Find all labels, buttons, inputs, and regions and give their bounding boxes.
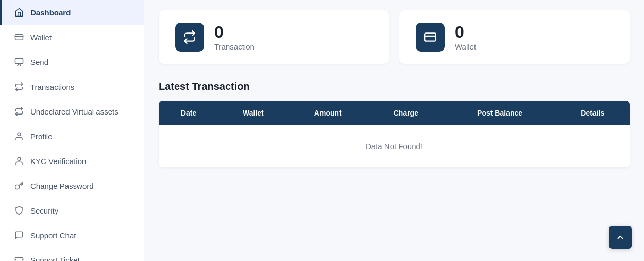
transaction-table: Date Wallet Amount Charge Post Balance D… (159, 101, 630, 168)
sidebar-item-dashboard[interactable]: Dashboard (0, 0, 144, 25)
svg-rect-2 (15, 58, 23, 64)
sidebar-item-label: Support Ticket (30, 256, 80, 262)
send-icon (14, 57, 24, 67)
wallet-count: 0 (455, 23, 476, 41)
sidebar-item-label: Transactions (30, 83, 74, 91)
sidebar-item-label: Support Chat (30, 231, 76, 240)
sidebar-item-send[interactable]: Send (0, 50, 144, 74)
ticket-icon (14, 255, 24, 261)
transaction-stat-card: 0 Transaction (159, 10, 389, 64)
sidebar-item-label: Security (30, 206, 58, 215)
wallet-stat-icon (416, 23, 445, 52)
col-charge: Charge (368, 101, 444, 125)
sidebar-item-label: Profile (30, 132, 53, 141)
undeclared-icon (14, 106, 24, 117)
sidebar-item-wallet[interactable]: Wallet (0, 25, 144, 50)
sidebar-item-transactions[interactable]: Transactions (0, 74, 144, 99)
latest-transaction-title: Latest Transaction (159, 80, 630, 92)
sidebar-item-label: KYC Verification (30, 157, 86, 166)
sidebar-item-label: Undeclared Virtual assets (30, 107, 118, 116)
transaction-label: Transaction (214, 42, 255, 51)
wallet-icon (14, 32, 24, 42)
svg-point-4 (18, 157, 21, 160)
wallet-label: Wallet (455, 42, 476, 51)
kyc-icon (14, 156, 24, 166)
scroll-top-button[interactable] (609, 226, 632, 249)
main-content: 0 Transaction 0 Wallet Latest Transactio… (144, 0, 644, 261)
col-post-balance: Post Balance (444, 101, 556, 125)
transaction-table-container: Date Wallet Amount Charge Post Balance D… (159, 101, 630, 168)
svg-rect-5 (15, 258, 23, 262)
sidebar: Dashboard Wallet Send Transactions (0, 0, 144, 261)
sidebar-item-support-ticket[interactable]: Support Ticket (0, 248, 144, 261)
chat-icon (14, 230, 24, 240)
sidebar-item-label: Wallet (30, 33, 52, 42)
wallet-stat-card: 0 Wallet (399, 10, 630, 64)
col-wallet: Wallet (218, 101, 287, 125)
svg-rect-0 (15, 35, 23, 40)
stats-row: 0 Transaction 0 Wallet (159, 10, 630, 64)
sidebar-item-label: Dashboard (30, 8, 71, 17)
home-icon (14, 7, 24, 18)
sidebar-item-change-password[interactable]: Change Password (0, 173, 144, 198)
svg-rect-8 (425, 33, 436, 41)
sidebar-item-security[interactable]: Security (0, 198, 144, 223)
profile-icon (14, 131, 24, 141)
sidebar-item-support-chat[interactable]: Support Chat (0, 223, 144, 248)
col-details: Details (556, 101, 630, 125)
table-header-row: Date Wallet Amount Charge Post Balance D… (159, 101, 630, 125)
key-icon (14, 181, 24, 191)
transaction-count: 0 (214, 23, 255, 41)
transactions-icon (14, 81, 24, 92)
col-date: Date (159, 101, 218, 125)
transaction-stat-icon (175, 23, 204, 52)
col-amount: Amount (287, 101, 368, 125)
sidebar-item-label: Send (30, 58, 48, 67)
sidebar-item-label: Change Password (30, 182, 94, 190)
table-empty-row: Data Not Found! (159, 125, 630, 168)
empty-message: Data Not Found! (159, 125, 630, 168)
sidebar-item-undeclared[interactable]: Undeclared Virtual assets (0, 99, 144, 124)
sidebar-item-kyc[interactable]: KYC Verification (0, 149, 144, 173)
transaction-stat-info: 0 Transaction (214, 23, 255, 51)
svg-point-3 (18, 133, 21, 136)
sidebar-item-profile[interactable]: Profile (0, 124, 144, 149)
shield-icon (14, 205, 24, 216)
wallet-stat-info: 0 Wallet (455, 23, 476, 51)
